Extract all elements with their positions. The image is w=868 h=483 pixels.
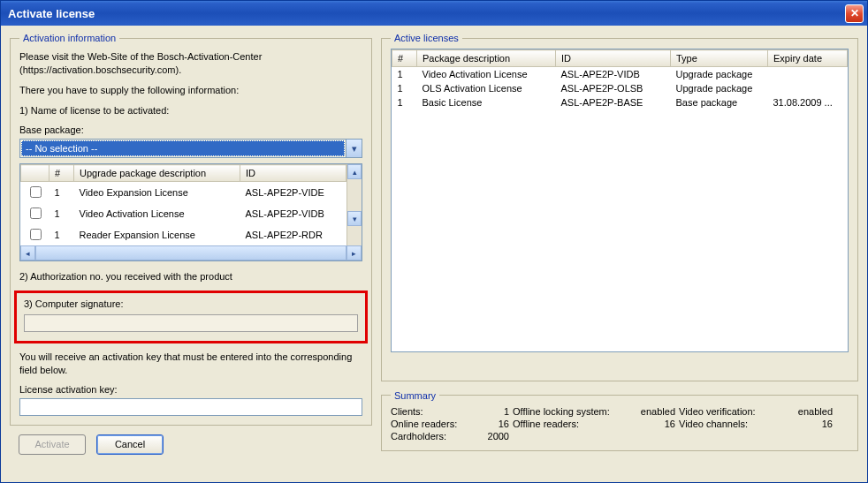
summary-group: Summary Clients: 1 Offline locking syste…: [381, 390, 858, 451]
upgrade-row[interactable]: 1 Video Activation License ASL-APE2P-VID…: [21, 203, 346, 224]
step1-label: 1) Name of license to be activated:: [19, 104, 362, 117]
close-button[interactable]: ✕: [845, 4, 864, 23]
upgrade-checkbox[interactable]: [30, 208, 42, 219]
step3-label: 3) Computer signature:: [24, 298, 358, 309]
scroll-left-button[interactable]: ◂: [20, 245, 35, 260]
activation-information-legend: Activation information: [19, 33, 119, 43]
chevron-down-icon: ▾: [352, 143, 357, 155]
video-channels-label: Video channels:: [679, 419, 776, 429]
window-title: Activate license: [8, 7, 95, 20]
titlebar[interactable]: Activate license ✕: [1, 1, 867, 26]
col-desc[interactable]: Package description: [417, 50, 556, 67]
license-row[interactable]: 1 Basic License ASL-APE2P-BASE Base pack…: [392, 95, 848, 109]
upgrade-checkbox[interactable]: [30, 229, 42, 240]
upgrade-row[interactable]: 1 Reader Expansion License ASL-APE2P-RDR: [21, 224, 346, 245]
online-readers-label: Online readers:: [391, 419, 470, 429]
offline-readers-value: 16: [622, 419, 675, 429]
offline-locking-label: Offline locking system:: [513, 406, 619, 417]
active-licenses-legend: Active licenses: [391, 33, 462, 43]
activate-button: Activate: [19, 434, 86, 455]
button-row: Activate Cancel: [10, 429, 372, 455]
cardholders-value: 2000: [474, 431, 509, 441]
chevron-up-icon: ▴: [353, 168, 357, 177]
base-package-label: Base package:: [19, 124, 362, 137]
scroll-up-button[interactable]: ▴: [347, 164, 362, 179]
license-row[interactable]: 1 OLS Activation License ASL-APE2P-OLSB …: [392, 81, 848, 95]
cardholders-label: Cardholders:: [391, 431, 470, 441]
license-row[interactable]: 1 Video Activation License ASL-APE2P-VID…: [392, 67, 848, 82]
base-package-select[interactable]: -- No selection -- ▾: [19, 139, 362, 158]
offline-locking-value: enabled: [622, 406, 675, 417]
activation-information-group: Activation information Please visit the …: [10, 33, 372, 426]
col-desc[interactable]: Upgrade package description: [74, 165, 240, 182]
upgrade-package-list[interactable]: # Upgrade package description ID 1: [19, 163, 362, 261]
scroll-right-button[interactable]: ▸: [346, 245, 362, 260]
video-channels-value: 16: [780, 419, 833, 429]
chevron-down-icon: ▾: [353, 215, 357, 223]
video-verification-label: Video verification:: [679, 406, 776, 417]
col-id[interactable]: ID: [556, 50, 671, 67]
video-verification-value: enabled: [780, 406, 833, 417]
license-key-input[interactable]: [19, 398, 362, 416]
col-num[interactable]: #: [49, 165, 74, 182]
clients-label: Clients:: [391, 406, 470, 417]
computer-signature-highlight: 3) Computer signature:: [14, 291, 368, 343]
online-readers-value: 16: [474, 419, 509, 429]
vertical-scrollbar[interactable]: ▴ ▾: [346, 164, 362, 245]
clients-value: 1: [474, 406, 509, 417]
col-id[interactable]: ID: [240, 165, 346, 182]
chevron-left-icon: ◂: [26, 249, 30, 258]
chevron-right-icon: ▸: [352, 249, 356, 258]
upgrade-row[interactable]: 1 Video Expansion License ASL-APE2P-VIDE: [21, 182, 346, 203]
activation-note: You will receive an activation key that …: [19, 351, 362, 377]
col-expiry[interactable]: Expiry date: [768, 50, 848, 67]
summary-legend: Summary: [391, 390, 439, 401]
base-package-selected: -- No selection --: [21, 140, 345, 156]
upgrade-checkbox[interactable]: [30, 186, 42, 198]
horizontal-scrollbar[interactable]: ◂ ▸: [20, 245, 362, 260]
cancel-button[interactable]: Cancel: [96, 434, 164, 455]
activate-license-window: Activate license ✕ Activation informatio…: [0, 0, 868, 483]
close-icon: ✕: [850, 7, 859, 19]
dropdown-button[interactable]: ▾: [346, 140, 362, 157]
active-licenses-group: Active licenses # Package description ID…: [381, 33, 858, 381]
scroll-down-button[interactable]: ▾: [347, 211, 362, 226]
active-licenses-table[interactable]: # Package description ID Type Expiry dat…: [391, 49, 849, 352]
col-num[interactable]: #: [392, 50, 417, 67]
step2-label: 2) Authorization no. you received with t…: [19, 270, 362, 283]
computer-signature-input[interactable]: [24, 314, 358, 332]
offline-readers-label: Offline readers:: [513, 419, 619, 429]
col-type[interactable]: Type: [671, 50, 768, 67]
intro-text-1: Please visit the Web-Site of the Bosch-A…: [19, 50, 362, 77]
intro-text-2: There you have to supply the following i…: [19, 84, 362, 97]
scroll-thumb[interactable]: [35, 245, 346, 260]
license-key-label: License activation key:: [19, 384, 362, 395]
